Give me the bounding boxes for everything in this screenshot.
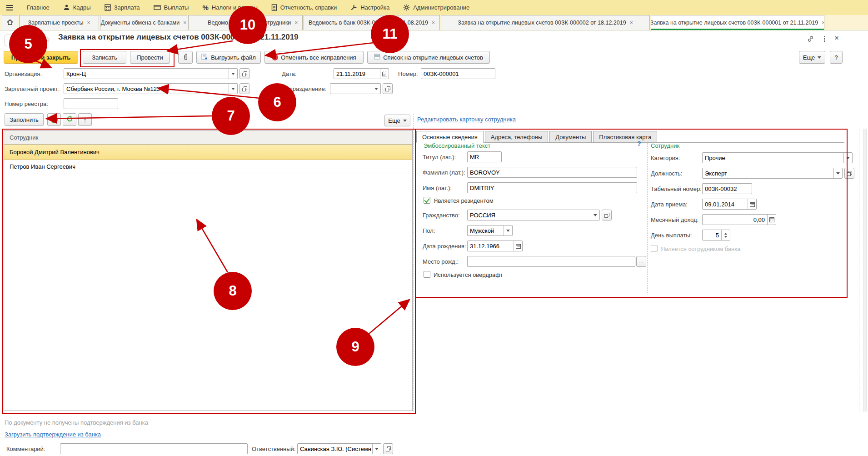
tab-zayavka-000002[interactable]: Заявка на открытие лицевых счетов 00ЗК-0… [441, 15, 650, 30]
annotation-box-card-panel [415, 129, 848, 298]
open-accounts-list-button[interactable]: Список на открытие лицевых счетов [367, 51, 490, 64]
more-commands-icon[interactable] [824, 36, 825, 42]
toolbar-more-button[interactable]: Еще [799, 51, 825, 64]
scrollbar[interactable] [863, 129, 867, 411]
cancel-all-edits-button[interactable]: × Отменить все исправления [264, 51, 364, 64]
department-open-icon[interactable] [383, 83, 393, 94]
comment-label: Комментарий: [6, 446, 45, 452]
comment-field[interactable] [60, 443, 248, 454]
menu-item-nastroyka[interactable]: Настройка [350, 4, 389, 11]
menu-item-otchetnost[interactable]: Отчетность, справки [271, 4, 337, 11]
open-windows-tabbar: Зарплатные проекты× Документы обмена с б… [0, 15, 868, 30]
table-more-button[interactable]: Еще [384, 115, 410, 126]
gear-icon [403, 4, 410, 11]
refresh-icon [66, 115, 73, 124]
department-field[interactable] [330, 83, 381, 94]
main-menu-bar: Главное Кадры Зарплата Выплаты % Налоги … [0, 0, 868, 15]
annotation-circle-8: 8 [214, 272, 252, 310]
plus-icon: + [51, 116, 58, 123]
calculator-icon [105, 4, 111, 11]
annotation-box-table [2, 129, 416, 414]
responsible-open-icon[interactable] [383, 443, 393, 454]
date-field[interactable]: 21.11.2019 [334, 68, 389, 79]
responsible-label: Ответственный: [252, 446, 295, 452]
bank-confirmation-status: По документу не получены подтверждения и… [5, 419, 148, 426]
annotation-box-save-post [80, 49, 175, 67]
organization-open-icon[interactable] [239, 68, 249, 79]
tab-zayavka-000001-active[interactable]: Заявка на открытие лицевых счетов 00ЗК-0… [651, 15, 824, 30]
load-confirmation-link[interactable]: Загрузить подтверждение из банка [5, 431, 101, 438]
tab-close-icon[interactable]: × [183, 20, 186, 26]
cancel-icon: × [272, 54, 278, 60]
annotation-circle-11: 11 [371, 15, 409, 53]
number-label: Номер: [398, 70, 418, 77]
dropdown-icon[interactable] [229, 69, 237, 79]
fill-button[interactable]: Заполнить [5, 113, 44, 126]
get-link-icon[interactable] [807, 35, 814, 44]
export-file-button[interactable]: Выгрузить файл [196, 51, 261, 64]
chevron-down-icon [403, 120, 407, 124]
annotation-circle-7: 7 [212, 97, 250, 135]
calendar-icon[interactable] [380, 69, 389, 79]
tab-close-icon[interactable]: × [87, 20, 90, 26]
tab-close-icon[interactable]: × [630, 20, 633, 26]
up-arrow-icon: ↑ [83, 116, 87, 124]
attachments-button[interactable] [178, 51, 193, 64]
banknote-icon [154, 5, 161, 10]
dropdown-icon[interactable] [372, 84, 380, 94]
refresh-button[interactable] [63, 113, 76, 126]
annotation-circle-10: 10 [229, 6, 267, 44]
hamburger-icon[interactable] [6, 5, 13, 10]
right-edge-splitter [859, 129, 859, 411]
organization-label: Организация: [5, 70, 42, 77]
project-open-icon[interactable] [239, 83, 249, 94]
date-label: Дата: [282, 70, 296, 77]
organization-field[interactable]: Крон-Ц [64, 68, 238, 79]
registry-number-label: Номер реестра: [5, 100, 48, 107]
annotation-circle-9: 9 [336, 328, 374, 366]
add-row-button[interactable]: + [47, 113, 61, 126]
report-icon [271, 4, 277, 11]
list-icon [374, 54, 380, 61]
home-icon [6, 19, 14, 27]
tab-close-icon[interactable]: × [822, 20, 824, 26]
annotation-circle-6: 6 [258, 83, 296, 121]
project-label: Зарплатный проект: [5, 85, 60, 92]
responsible-field[interactable]: Савинская З.Ю. (Системн [297, 443, 381, 454]
help-button[interactable]: ? [830, 51, 843, 64]
move-up-button[interactable]: ↑ [78, 113, 92, 126]
menu-item-vyplaty[interactable]: Выплаты [154, 4, 189, 11]
person-icon [63, 4, 70, 11]
close-window-icon[interactable]: × [834, 34, 839, 43]
paperclip-icon [183, 53, 189, 62]
export-file-icon [201, 54, 208, 61]
number-field[interactable]: 00ЗК-000001 [421, 68, 495, 79]
percent-icon: % [202, 4, 208, 11]
app-window: Главное Кадры Зарплата Выплаты % Налоги … [0, 0, 868, 456]
tab-close-icon[interactable]: × [432, 20, 435, 26]
project-field[interactable]: Сбербанк России, г. Москва №123 [64, 83, 238, 94]
dropdown-icon[interactable] [372, 444, 381, 454]
tab-dokumenty-obmena[interactable]: Документы обмена с банками× [100, 15, 187, 30]
annotation-circle-5: 5 [9, 25, 47, 63]
tab-home[interactable] [2, 15, 18, 30]
edit-employee-card-link[interactable]: Редактировать карточку сотрудника [417, 116, 516, 123]
menu-item-main[interactable]: Главное [27, 4, 50, 11]
wrench-icon [350, 4, 357, 11]
dropdown-icon[interactable] [229, 84, 237, 94]
menu-item-kadry[interactable]: Кадры [63, 4, 91, 11]
chevron-down-icon [818, 56, 821, 60]
registry-number-field[interactable] [64, 98, 118, 109]
tab-close-icon[interactable]: × [294, 20, 298, 26]
menu-item-zarplata[interactable]: Зарплата [105, 4, 140, 11]
menu-item-administrirovanie[interactable]: Администрирование [403, 4, 469, 11]
